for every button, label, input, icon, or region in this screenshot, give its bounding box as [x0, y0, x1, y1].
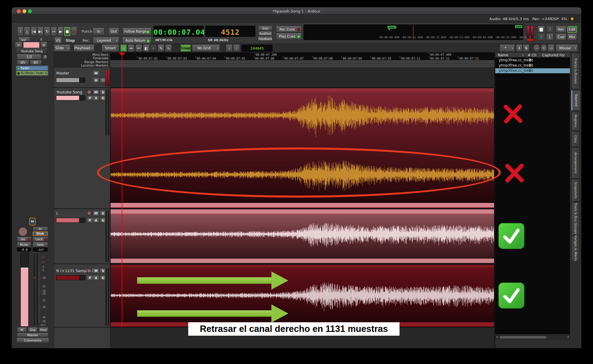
master-gain-bar[interactable]: [56, 78, 85, 83]
master-automation-button[interactable]: A: [93, 78, 99, 83]
nudge-back-button[interactable]: ‹: [226, 45, 233, 52]
youtube-mute-button[interactable]: M: [93, 90, 99, 95]
record-blob[interactable]: [18, 227, 28, 236]
location-markers-ruler[interactable]: [110, 64, 494, 68]
mouse-autoscroll-dropdown[interactable]: Mouse ▾: [556, 45, 578, 52]
mouse-mode-cut-button[interactable]: ✂: [135, 45, 142, 52]
snap-button[interactable]: Snap: [180, 45, 191, 52]
trim-knob[interactable]: [43, 55, 48, 60]
track-name-l[interactable]: L: [56, 211, 58, 215]
transport-panic-button[interactable]: !: [17, 27, 23, 36]
grid-mode-dropdown[interactable]: No Grid ▾: [192, 45, 220, 52]
sources-hscrollbar[interactable]: ◂ ▸: [495, 335, 570, 339]
hide-track-button[interactable]: ⊘: [40, 42, 47, 48]
mouse-mode-stretch-button[interactable]: ◧: [143, 45, 150, 52]
l-automation-button[interactable]: A: [93, 218, 99, 223]
phase-2-button[interactable]: Ø2: [30, 60, 42, 65]
sources-col-ch[interactable]: # Ch: [528, 53, 536, 57]
monitor-disk-button[interactable]: Disk: [33, 231, 48, 236]
edit-page-button[interactable]: Edit: [567, 26, 577, 33]
zoom-out-button[interactable]: −: [533, 45, 540, 52]
youtube-record-enable-button[interactable]: [87, 90, 92, 95]
scrollbar-thumb[interactable]: [500, 336, 546, 339]
end-marker[interactable]: end: [515, 25, 522, 28]
slot-2-button[interactable]: 2: [538, 34, 545, 40]
ruler-row-timecode[interactable]: Timecode: [93, 56, 108, 60]
slot-l-button[interactable]: L: [546, 34, 554, 40]
source-row[interactable]: ytmp3free.cc_treint2: [495, 58, 570, 63]
slot-3-button[interactable]: 3: [546, 26, 554, 33]
mix-page-button[interactable]: Mix: [567, 34, 577, 40]
zoom-in-button[interactable]: +: [540, 45, 547, 52]
group-button[interactable]: Grp: [28, 328, 38, 332]
scroll-right-icon[interactable]: ▸: [568, 335, 569, 338]
feedback-button[interactable]: Feedback: [258, 37, 272, 41]
track-name-master[interactable]: Master: [56, 71, 69, 75]
sources-col-name[interactable]: Name: [498, 53, 508, 57]
processor-fader[interactable]: Fader: [16, 66, 48, 70]
strip-solo-button[interactable]: Solo: [33, 242, 48, 247]
edit-mode-dropdown[interactable]: Slide ▾: [52, 45, 71, 52]
r-record-enable-button[interactable]: [87, 268, 92, 273]
l-mute-button[interactable]: M: [93, 211, 99, 216]
mouse-mode-automation-button[interactable]: ∿: [165, 45, 172, 52]
tab-ranges-marks[interactable]: Ranges & Marks: [571, 236, 580, 261]
audition-button[interactable]: Audition: [258, 32, 272, 36]
tab-regions[interactable]: Regions: [571, 112, 580, 130]
clip-indicator[interactable]: [527, 39, 533, 41]
waveform-l[interactable]: [111, 212, 494, 256]
punch-in-button[interactable]: In: [93, 28, 104, 35]
strip-width-button[interactable]: ↔: [15, 42, 22, 48]
monitor-section-button[interactable]: [538, 26, 545, 33]
edit-point-dropdown[interactable]: Playhead ▾: [74, 45, 95, 52]
fit-vertical-button[interactable]: ↕: [516, 45, 522, 52]
youtube-gain-bar[interactable]: [56, 95, 85, 100]
strip-fader[interactable]: [20, 253, 29, 327]
mouse-mode-grab-button[interactable]: ☝: [120, 45, 127, 52]
cue-page-button[interactable]: Cue: [556, 34, 566, 40]
zoom-focus-dropdown[interactable]: * ▾: [500, 45, 515, 52]
transport-loop-button[interactable]: ↻: [44, 27, 50, 36]
transport-go-end-button[interactable]: ▶|: [37, 27, 43, 36]
start-marker[interactable]: start: [388, 26, 396, 29]
master-mute-button[interactable]: M: [93, 71, 99, 76]
tab-snapshots[interactable]: Snapshots: [571, 179, 580, 201]
scroll-left-icon[interactable]: ◂: [496, 335, 498, 338]
playhead-cursor-icon[interactable]: [119, 53, 125, 56]
zoom-to-session-button[interactable]: ▭: [548, 45, 554, 52]
r-automation-button[interactable]: A: [93, 275, 99, 281]
tab-track-bus-groups[interactable]: Track & Bus Groups: [571, 202, 580, 235]
io-button[interactable]: 1/2: [17, 54, 41, 60]
smart-mode-button[interactable]: Smart: [102, 45, 119, 52]
range-markers-ruler[interactable]: [110, 60, 494, 64]
nudge-forward-button[interactable]: ›: [233, 45, 240, 52]
output-button[interactable]: Master: [17, 333, 48, 337]
tab-sources[interactable]: Sources: [571, 90, 580, 111]
expand-tracks-button[interactable]: ⇅: [523, 45, 529, 52]
mouse-mode-move-button[interactable]: +: [150, 45, 157, 52]
sources-col-captured[interactable]: Captured For: [542, 53, 565, 57]
monitor-input-button[interactable]: In: [33, 227, 48, 231]
tab-tracks-busses[interactable]: Tracks & Busses: [571, 53, 580, 89]
transport-play-range-button[interactable]: ↦: [51, 27, 57, 36]
track-color-swatch[interactable]: [23, 42, 39, 48]
transport-stop-button[interactable]: ■: [64, 27, 70, 36]
tab-arrangement[interactable]: Arrangement: [571, 147, 580, 178]
mouse-mode-range-button[interactable]: ↔: [128, 45, 135, 52]
comments-button[interactable]: Comments: [16, 338, 49, 343]
sort-chevron-icon[interactable]: ∨: [522, 53, 524, 56]
l-playlist-button[interactable]: P: [87, 218, 93, 223]
ruler-row-location-markers[interactable]: Location Markers: [81, 64, 108, 67]
l-record-enable-button[interactable]: [87, 211, 92, 216]
punch-out-button[interactable]: Out: [109, 28, 119, 35]
monitor-widget[interactable]: M: [29, 218, 36, 225]
source-row[interactable]: ytmp3free.cc_treint1: [495, 63, 570, 68]
vs-button[interactable]: VS: [54, 37, 62, 44]
r-mute-button[interactable]: M: [93, 268, 99, 274]
mouse-mode-draw-button[interactable]: ✎: [158, 45, 164, 52]
track-name-youtube-song[interactable]: Youtube Song: [56, 90, 82, 94]
solo-button[interactable]: Solo: [258, 26, 272, 31]
transport-go-start-button[interactable]: |◀: [31, 27, 37, 36]
playhead-line[interactable]: [122, 53, 122, 327]
metering-point-button[interactable]: M: [17, 328, 27, 332]
